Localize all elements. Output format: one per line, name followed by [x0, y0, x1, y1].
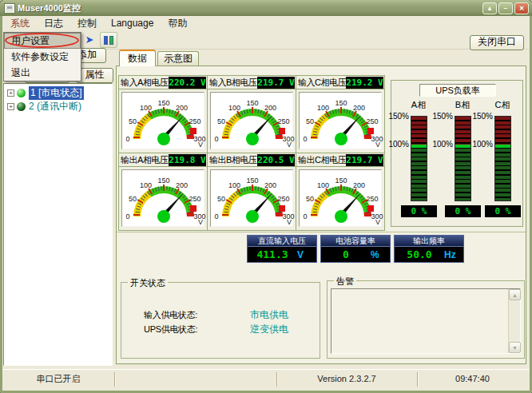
gauge-dial: 050100150200250300V — [121, 92, 204, 149]
toolbar: ➤ — [3, 30, 529, 50]
data-tab-page: 输入A相电压220.2 V 050100150200250300V 输入B相电压… — [116, 66, 526, 364]
load-value: 0 % — [401, 205, 437, 217]
ups-phase-b: B相 150% 100% 0 % — [435, 81, 478, 228]
status-row: UPS供电状态: 逆变供电 — [144, 323, 288, 336]
gauge-output-b: 输出B相电压220.5 V 050100150200250300V — [207, 153, 296, 231]
app-icon — [5, 4, 14, 13]
gauge-dial: 050100150200250300V — [299, 92, 382, 149]
display-value: 50.0 — [395, 248, 444, 260]
status-ball-icon — [17, 89, 26, 97]
device-tree: + 1 [市电状态] + 2 (通讯中断) — [3, 83, 113, 366]
ups-load-panel: UPS负载率 A相 150% 100% 0 % B相 150% 100% 0 %… — [391, 80, 523, 227]
scale-150: 150% — [388, 112, 409, 121]
menubar: 系统 日志 控制 Language 帮助 — [3, 16, 529, 30]
display-unit: Hz — [444, 249, 463, 260]
scroll-up-icon[interactable]: ▲ — [509, 289, 521, 300]
expand-icon[interactable]: + — [7, 103, 14, 110]
ups-phase-c: C相 150% 100% 0 % — [475, 81, 518, 228]
gauge-dial: 050100150200250300V — [299, 169, 382, 227]
menu-item-exit[interactable]: 退出 — [4, 65, 81, 81]
properties-button[interactable]: 属性 — [76, 68, 113, 83]
output-frequency-display: 输出频率 50.0Hz — [394, 235, 464, 263]
statusbar: 串口已开启 Version 2.3.2.7 09:47:40 — [2, 369, 530, 390]
scale-150: 150% — [432, 112, 453, 121]
gauge-dial: 050100150200250300V — [210, 92, 293, 149]
phase-label: A相 — [403, 99, 435, 111]
status-row: 输入供电状态: 市电供电 — [144, 308, 288, 322]
group-title: 开关状态 — [128, 277, 168, 289]
menu-control[interactable]: 控制 — [70, 16, 104, 31]
display-value: 411.3 — [248, 248, 297, 260]
gauge-label: 输出B相电压 — [208, 154, 257, 166]
battery-capacity-display: 电池容量率 0% — [320, 235, 391, 263]
gauge-value: 219.2 V — [346, 77, 383, 89]
window-panels-icon[interactable] — [100, 32, 117, 48]
scale-100: 100% — [432, 140, 453, 149]
tab-schematic[interactable]: 示意图 — [157, 51, 199, 66]
window-title: Muser4000监控 — [18, 2, 481, 14]
phase-label: C相 — [486, 99, 518, 111]
titlebar[interactable]: Muser4000监控 ▲ − ✕ — [0, 0, 532, 16]
menu-log[interactable]: 日志 — [37, 16, 70, 31]
app-window: Muser4000监控 ▲ − ✕ 系统 日志 控制 Language 帮助 ➤… — [0, 0, 532, 393]
status-label: 输入供电状态: — [144, 309, 248, 321]
shade-button[interactable]: ▲ — [482, 2, 497, 14]
scroll-down-icon[interactable]: ▼ — [509, 342, 521, 353]
alarm-scrollbar[interactable]: ▲ ▼ — [508, 289, 520, 353]
menu-language[interactable]: Language — [104, 17, 161, 30]
gauge-label: 输出A相电压 — [119, 154, 169, 166]
scale-100: 100% — [472, 140, 493, 149]
display-unit: V — [297, 249, 316, 260]
gauge-output-c: 输出C相电压219.7 V 050100150200250300V — [296, 153, 385, 231]
gauge-value: 219.7 V — [346, 154, 383, 166]
clock-text: 09:47:40 — [417, 370, 528, 389]
gauge-value: 219.7 V — [257, 77, 295, 89]
gauge-input-a: 输入A相电压220.2 V 050100150200250300V — [118, 75, 208, 153]
gauge-label: 输入B相电压 — [208, 77, 257, 89]
gauge-dial: 050100150200250300V — [121, 169, 204, 227]
gauge-label: 输入A相电压 — [119, 77, 169, 89]
display-value: 0 — [321, 248, 371, 260]
status-ball-icon — [17, 102, 26, 111]
tree-item-mains[interactable]: + 1 [市电状态] — [6, 86, 110, 100]
menu-item-user-settings[interactable]: 用户设置 — [4, 33, 81, 49]
display-label: 电池容量率 — [321, 236, 390, 247]
alarm-list[interactable]: ▲ ▼ — [331, 288, 521, 354]
gauge-label: 输入C相电压 — [296, 77, 346, 89]
gauge-value: 220.5 V — [257, 154, 295, 166]
status-value: 逆变供电 — [250, 324, 288, 335]
status-value: 市电供电 — [250, 309, 288, 320]
dc-input-voltage-display: 直流输入电压 411.3V — [247, 235, 317, 263]
version-text: Version 2.3.2.7 — [276, 370, 417, 389]
separator — [117, 232, 526, 232]
phase-label: B相 — [447, 99, 478, 111]
gauge-input-b: 输入B相电压219.7 V 050100150200250300V — [207, 75, 296, 153]
load-value: 0 % — [485, 205, 521, 217]
menu-system[interactable]: 系统 — [3, 16, 37, 31]
tab-data[interactable]: 数据 — [119, 50, 156, 66]
load-bar — [494, 116, 511, 201]
display-unit: % — [371, 249, 390, 260]
serial-status: 串口已开启 — [2, 370, 114, 389]
scale-150: 150% — [472, 112, 493, 121]
tree-item-label[interactable]: 1 [市电状态] — [29, 86, 84, 100]
close-serial-button[interactable]: 关闭串口 — [470, 35, 524, 50]
display-label: 输出频率 — [395, 236, 463, 247]
minimize-button[interactable]: − — [498, 2, 513, 14]
gauge-output-a: 输出A相电压219.8 V 050100150200250300V — [118, 153, 208, 231]
group-title: 告警 — [334, 276, 356, 288]
menu-item-software-params[interactable]: 软件参数设定 — [4, 49, 81, 65]
close-button[interactable]: ✕ — [514, 2, 529, 14]
system-menu-dropdown: 用户设置 软件参数设定 退出 — [3, 32, 81, 81]
menu-help[interactable]: 帮助 — [161, 16, 194, 31]
arrow-icon[interactable]: ➤ — [83, 34, 96, 46]
gauge-grid: 输入A相电压220.2 V 050100150200250300V 输入B相电压… — [119, 76, 385, 231]
expand-icon[interactable]: + — [7, 89, 14, 97]
tree-item-comm[interactable]: + 2 (通讯中断) — [6, 100, 110, 113]
scale-100: 100% — [388, 140, 409, 149]
switch-status-group: 开关状态 输入供电状态: 市电供电 UPS供电状态: 逆变供电 — [121, 282, 320, 359]
ups-phase-a: A相 150% 100% 0 % — [391, 81, 435, 228]
alarm-group: 告警 ▲ ▼ — [327, 280, 525, 359]
tree-item-label[interactable]: 2 (通讯中断) — [29, 100, 81, 113]
gauge-dial: 050100150200250300V — [210, 169, 293, 227]
